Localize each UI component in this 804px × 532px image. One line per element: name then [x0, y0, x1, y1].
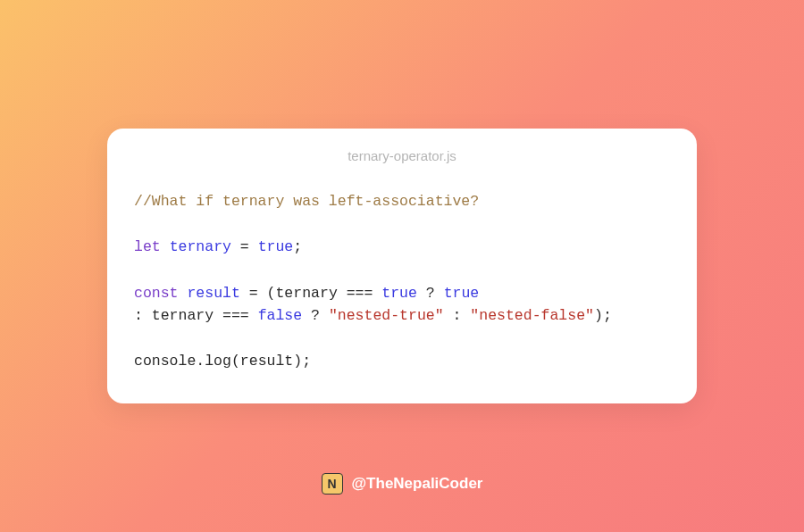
code-token: ternary — [170, 238, 231, 255]
code-token: let — [134, 238, 161, 255]
code-line — [134, 213, 670, 237]
code-token — [240, 285, 249, 302]
code-token: console — [134, 353, 196, 370]
code-token: ) — [594, 307, 603, 324]
filename-label: ternary-operator.js — [134, 148, 670, 163]
footer-handle: @TheNepaliCoder — [352, 475, 483, 493]
code-token — [302, 307, 311, 324]
code-line — [134, 328, 670, 351]
code-token: "nested-true" — [329, 307, 444, 324]
code-token: ternary — [275, 285, 346, 302]
code-line: let ternary = true; — [134, 236, 670, 259]
code-token: true — [381, 285, 417, 302]
code-token: ; — [293, 238, 302, 255]
code-token: = — [249, 285, 258, 302]
code-token: ) — [293, 353, 302, 370]
code-token: : — [453, 307, 462, 324]
code-token — [373, 285, 381, 302]
code-token: result — [187, 285, 239, 302]
code-token — [320, 307, 329, 324]
code-block: //What if ternary was left-associative? … — [134, 190, 670, 373]
code-token: === — [347, 285, 373, 302]
code-line: console.log(result); — [134, 350, 670, 373]
code-token: ( — [231, 353, 240, 370]
code-token: ( — [267, 285, 276, 302]
code-token — [249, 238, 258, 255]
code-token: ? — [311, 307, 320, 324]
code-token — [435, 285, 444, 302]
code-line: //What if ternary was left-associative? — [134, 190, 670, 213]
code-token: "nested-false" — [470, 307, 594, 324]
code-token — [417, 285, 426, 302]
code-token: ; — [302, 353, 311, 370]
code-token — [231, 238, 240, 255]
code-token: log — [205, 353, 231, 370]
code-token — [444, 307, 453, 324]
code-line: const result = (ternary === true ? true — [134, 282, 670, 305]
code-token: result — [240, 353, 293, 370]
code-token: const — [134, 285, 179, 302]
code-token — [258, 285, 267, 302]
code-token: ternary — [143, 307, 222, 324]
brand-icon: N — [322, 473, 343, 495]
code-token: ; — [603, 307, 612, 324]
code-token: ? — [426, 285, 435, 302]
code-card: ternary-operator.js //What if ternary wa… — [107, 129, 697, 403]
code-token: : — [134, 307, 143, 324]
brand-icon-letter: N — [327, 477, 336, 491]
code-token — [161, 238, 170, 255]
code-token: . — [196, 353, 205, 370]
footer: N @TheNepaliCoder — [322, 473, 483, 495]
code-line — [134, 259, 670, 282]
code-line: : ternary === false ? "nested-true" : "n… — [134, 304, 670, 328]
code-token: false — [258, 307, 303, 324]
code-token — [461, 307, 470, 324]
code-token — [179, 285, 188, 302]
code-token: = — [240, 238, 249, 255]
code-token: //What if ternary was left-associative? — [134, 193, 479, 210]
code-token: true — [258, 238, 294, 255]
code-token: === — [222, 307, 249, 324]
code-token — [249, 307, 258, 324]
code-token: true — [444, 285, 480, 302]
